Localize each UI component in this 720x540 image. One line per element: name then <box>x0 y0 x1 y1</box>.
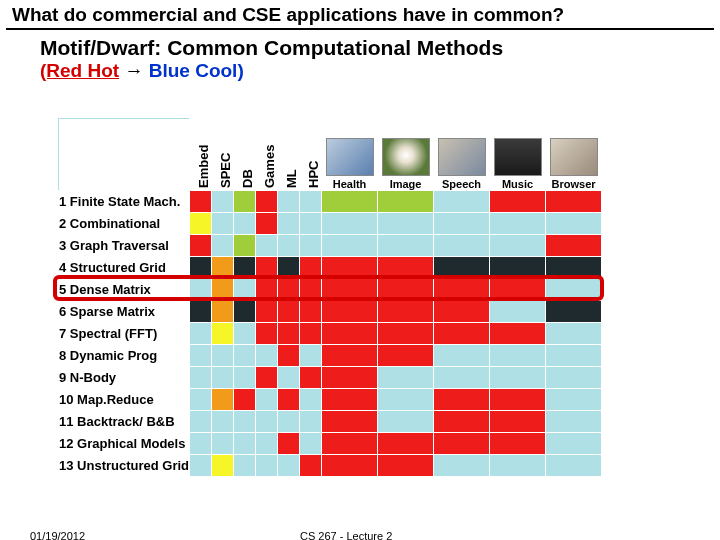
heat-cell <box>434 279 490 301</box>
col-header-wide: Speech <box>434 119 490 191</box>
row-header: 7 Spectral (FFT) <box>59 323 190 345</box>
heat-cell <box>190 279 212 301</box>
heat-cell <box>434 323 490 345</box>
heat-cell <box>212 323 234 345</box>
heat-cell <box>212 213 234 235</box>
heat-cell <box>490 455 546 477</box>
heat-cell <box>278 389 300 411</box>
heat-cell <box>434 345 490 367</box>
col-header: Games <box>256 119 278 191</box>
heat-cell <box>212 301 234 323</box>
heat-cell <box>300 411 322 433</box>
heat-cell <box>434 455 490 477</box>
col-header: Embed <box>190 119 212 191</box>
row-header: 6 Sparse Matrix <box>59 301 190 323</box>
footer-course: CS 267 - Lecture 2 <box>300 530 392 540</box>
heat-cell <box>378 345 434 367</box>
heat-cell <box>546 345 602 367</box>
heat-cell <box>278 433 300 455</box>
heat-cell <box>234 411 256 433</box>
heat-cell <box>256 455 278 477</box>
heat-cell <box>322 301 378 323</box>
heatmap-chart: EmbedSPECDBGamesMLHPCHealthImageSpeechMu… <box>58 118 698 477</box>
table-row: 5 Dense Matrix <box>59 279 602 301</box>
heat-cell <box>434 235 490 257</box>
heat-cell <box>434 433 490 455</box>
heat-cell <box>546 213 602 235</box>
heat-cell <box>300 191 322 213</box>
heat-cell <box>278 301 300 323</box>
heat-cell <box>212 191 234 213</box>
heat-cell <box>190 411 212 433</box>
col-thumbnail-icon <box>550 138 598 176</box>
heat-cell <box>234 191 256 213</box>
heat-cell <box>490 433 546 455</box>
heat-cell <box>190 191 212 213</box>
heat-cell <box>256 367 278 389</box>
heat-cell <box>378 257 434 279</box>
heat-cell <box>190 213 212 235</box>
heat-cell <box>212 257 234 279</box>
heat-cell <box>490 279 546 301</box>
heat-cell <box>322 433 378 455</box>
col-thumbnail-icon <box>382 138 430 176</box>
heat-cell <box>256 191 278 213</box>
heat-cell <box>322 235 378 257</box>
heat-cell <box>300 455 322 477</box>
heat-cell <box>234 279 256 301</box>
heat-cell <box>322 389 378 411</box>
heat-cell <box>300 345 322 367</box>
col-thumbnail-icon <box>438 138 486 176</box>
col-header: HPC <box>300 119 322 191</box>
heat-cell <box>234 367 256 389</box>
heat-cell <box>434 213 490 235</box>
heat-cell <box>322 323 378 345</box>
heat-cell <box>190 345 212 367</box>
heat-cell <box>322 213 378 235</box>
heat-cell <box>300 433 322 455</box>
col-header-wide: Browser <box>546 119 602 191</box>
table-row: 12 Graphical Models <box>59 433 602 455</box>
heat-cell <box>278 191 300 213</box>
heat-cell <box>378 323 434 345</box>
heat-cell <box>378 213 434 235</box>
table-row: 3 Graph Traversal <box>59 235 602 257</box>
col-header-wide: Music <box>490 119 546 191</box>
heat-cell <box>490 389 546 411</box>
heat-cell <box>546 455 602 477</box>
heat-cell <box>234 257 256 279</box>
heat-cell <box>378 367 434 389</box>
row-header: 11 Backtrack/ B&B <box>59 411 190 433</box>
heat-cell <box>300 279 322 301</box>
row-header: 9 N-Body <box>59 367 190 389</box>
col-thumbnail-icon <box>326 138 374 176</box>
heat-cell <box>212 367 234 389</box>
table-row: 1 Finite State Mach. <box>59 191 602 213</box>
heat-cell <box>546 301 602 323</box>
heat-cell <box>212 433 234 455</box>
heat-cell <box>546 279 602 301</box>
heat-cell <box>256 323 278 345</box>
table-row: 6 Sparse Matrix <box>59 301 602 323</box>
heat-cell <box>322 279 378 301</box>
heat-cell <box>490 367 546 389</box>
heat-cell <box>234 213 256 235</box>
heat-cell <box>546 389 602 411</box>
legend-cool-label: Blue Cool) <box>149 60 244 81</box>
heat-cell <box>378 455 434 477</box>
color-legend: (Red Hot → Blue Cool) <box>0 60 720 86</box>
heat-cell <box>190 301 212 323</box>
heat-cell <box>378 433 434 455</box>
heat-cell <box>190 367 212 389</box>
heat-cell <box>256 345 278 367</box>
heat-cell <box>278 213 300 235</box>
table-row: 7 Spectral (FFT) <box>59 323 602 345</box>
heat-cell <box>256 411 278 433</box>
heat-cell <box>234 323 256 345</box>
heat-cell <box>256 257 278 279</box>
heat-cell <box>234 389 256 411</box>
heat-cell <box>278 257 300 279</box>
heat-cell <box>322 191 378 213</box>
slide-title: What do commercial and CSE applications … <box>6 0 714 30</box>
heat-cell <box>278 455 300 477</box>
